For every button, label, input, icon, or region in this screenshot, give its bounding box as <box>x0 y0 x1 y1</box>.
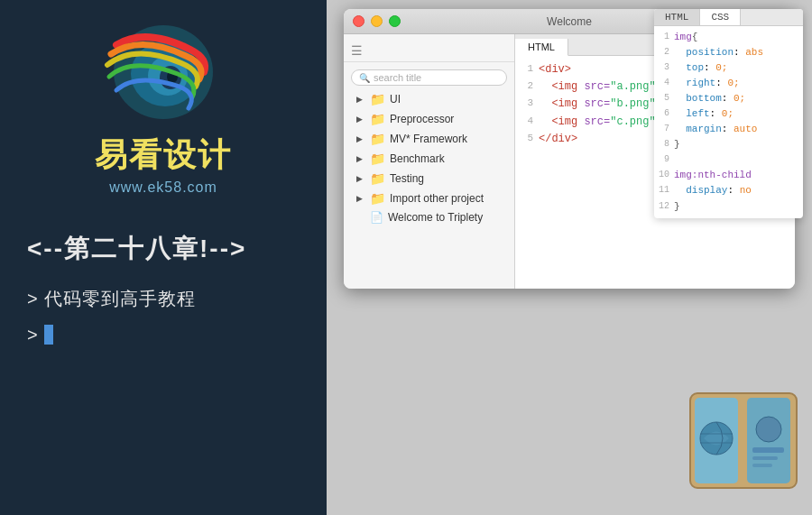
css-line-2: 2 position: abs <box>654 45 803 60</box>
sidebar-item-welcome[interactable]: ▶ 📄 Welcome to Triplety <box>344 208 514 226</box>
folder-icon-preprocessor: 📁 <box>370 112 385 126</box>
sidebar-item-testing[interactable]: ▶ 📁 Testing <box>344 169 514 189</box>
cursor-line: > <box>27 318 309 351</box>
collapse-arrow-preprocessor: ▶ <box>356 115 365 124</box>
cursor-arrow: > <box>27 318 39 351</box>
css-code-block: 1 img{ 2 position: abs 3 top: 0; 4 right… <box>654 26 803 218</box>
folder-icon-benchmark: 📁 <box>370 152 385 166</box>
brand-url: www.ek58.com <box>109 179 217 196</box>
sidebar-label-preprocessor: Preprocessor <box>390 113 454 125</box>
card-svg <box>686 380 803 497</box>
sidebar-item-import[interactable]: ▶ 📁 Import other project <box>344 189 514 208</box>
tab-css[interactable]: CSS <box>700 9 741 25</box>
sidebar-item-mvframework[interactable]: ▶ 📁 MV* Framework <box>344 129 514 149</box>
sidebar-item-preprocessor[interactable]: ▶ 📁 Preprocessor <box>344 109 514 129</box>
css-editor-panel: HTML CSS 1 img{ 2 position: abs 3 top: 0… <box>654 9 803 218</box>
sidebar-label-benchmark: Benchmark <box>390 152 445 165</box>
chapter-title: <--第二十八章!--> <box>27 232 309 266</box>
brand-name: 易看设计 <box>95 133 232 178</box>
css-line-1: 1 img{ <box>654 30 803 45</box>
sidebar-toolbar: ☰ <box>344 40 514 62</box>
collapse-arrow-mvframework: ▶ <box>356 134 365 143</box>
css-line-5: 5 bottom: 0; <box>654 91 803 106</box>
search-box[interactable]: 🔍 search title <box>351 69 507 86</box>
css-editor-tabs: HTML CSS <box>654 9 803 26</box>
window-title: Welcome <box>547 15 592 28</box>
css-line-11: 11 display: no <box>654 183 803 198</box>
sidebar-label-ui: UI <box>390 93 401 106</box>
right-panel: Welcome ☰ 🔍 search title ▶ 📁 UI <box>327 0 812 515</box>
folder-icon-import: 📁 <box>370 191 385 206</box>
collapse-arrow-import: ▶ <box>356 194 365 203</box>
css-line-4: 4 right: 0; <box>654 76 803 91</box>
css-line-12: 12 } <box>654 199 803 215</box>
traffic-light-red[interactable] <box>353 15 364 27</box>
file-sidebar: ☰ 🔍 search title ▶ 📁 UI ▶ 📁 Preprocessor <box>344 34 515 289</box>
collapse-arrow-benchmark: ▶ <box>356 154 365 163</box>
spacer-welcome: ▶ <box>356 213 365 222</box>
sidebar-label-welcome: Welcome to Triplety <box>388 211 483 224</box>
chapter-section: <--第二十八章!--> > 代码零到高手教程 > <box>18 232 309 351</box>
search-icon: 🔍 <box>359 73 370 83</box>
sidebar-label-testing: Testing <box>390 172 424 185</box>
hamburger-icon[interactable]: ☰ <box>351 43 363 58</box>
logo-graphic <box>91 18 235 126</box>
sidebar-item-ui[interactable]: ▶ 📁 UI <box>344 89 514 109</box>
collapse-arrow-testing: ▶ <box>356 174 365 183</box>
css-line-3: 3 top: 0; <box>654 60 803 76</box>
bottom-card <box>686 380 803 497</box>
sidebar-label-import: Import other project <box>390 192 484 205</box>
folder-icon-ui: 📁 <box>370 92 385 106</box>
folder-icon-mvframework: 📁 <box>370 132 385 146</box>
sidebar-item-benchmark[interactable]: ▶ 📁 Benchmark <box>344 149 514 169</box>
logo-area: 易看设计 www.ek58.com <box>91 18 235 196</box>
left-panel: 易看设计 www.ek58.com <--第二十八章!--> > 代码零到高手教… <box>0 0 327 515</box>
search-placeholder: search title <box>374 72 421 83</box>
collapse-arrow-ui: ▶ <box>356 95 365 104</box>
sidebar-label-mvframework: MV* Framework <box>390 133 467 145</box>
traffic-light-green[interactable] <box>389 15 401 27</box>
cursor-block <box>44 325 53 345</box>
css-line-6: 6 left: 0; <box>654 106 803 122</box>
traffic-light-yellow[interactable] <box>371 15 383 27</box>
css-line-9: 9 <box>654 152 803 168</box>
css-line-7: 7 margin: auto <box>654 122 803 137</box>
chapter-desc: > 代码零到高手教程 > <box>27 282 309 351</box>
svg-rect-12 <box>752 447 784 453</box>
css-line-8: 8 } <box>654 137 803 152</box>
file-icon-welcome: 📄 <box>370 211 383 224</box>
tab-html-css[interactable]: HTML <box>654 9 700 25</box>
svg-rect-13 <box>752 456 778 460</box>
svg-point-11 <box>756 417 781 442</box>
folder-icon-testing: 📁 <box>370 171 385 186</box>
svg-rect-14 <box>752 464 772 467</box>
tab-html[interactable]: HTML <box>515 39 568 56</box>
css-line-10: 10 img:nth-child <box>654 168 803 183</box>
desc-line1: > 代码零到高手教程 <box>27 282 309 315</box>
